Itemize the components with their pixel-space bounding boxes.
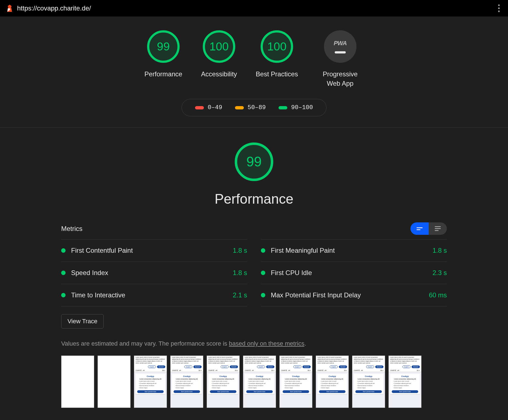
gauge-ring: 99 — [147, 30, 180, 63]
filmstrip-frame[interactable]: Lorem ipsum dolor sit amet consectetur a… — [316, 356, 349, 408]
lighthouse-icon — [6, 4, 13, 12]
metric-value: 1.8 s — [233, 247, 247, 254]
gauge-accessibility[interactable]: 100 Accessibility — [201, 30, 237, 79]
gauge-best-practices[interactable]: 100 Best Practices — [256, 30, 298, 79]
gauge-pwa[interactable]: PWA Progressive Web App — [317, 30, 364, 88]
gauge-label: Accessibility — [201, 69, 237, 79]
performance-gauge: 99 — [235, 142, 273, 181]
legend-average: 50–89 — [235, 104, 266, 111]
metric-name: First Contentful Paint — [71, 247, 227, 254]
metric-name: First Meaningful Paint — [271, 247, 427, 254]
metric-name: Time to Interactive — [71, 291, 227, 299]
pass-dot-icon — [61, 248, 66, 253]
filmstrip-frame[interactable]: Lorem ipsum dolor sit amet consectetur a… — [352, 356, 385, 408]
metrics-header: Metrics — [61, 222, 447, 235]
metric-value: 1.8 s — [233, 269, 247, 277]
filmstrip-frame[interactable] — [61, 356, 94, 408]
filmstrip-frame[interactable]: Lorem ipsum dolor sit amet consectetur a… — [170, 356, 203, 408]
topbar-left: https://covapp.charite.de/ — [6, 4, 91, 12]
gauge-performance[interactable]: 99 Performance — [144, 30, 182, 79]
svg-rect-0 — [8, 7, 11, 8]
metrics-grid: First Contentful Paint1.8 sSpeed Index1.… — [61, 239, 447, 306]
metric-value: 60 ms — [429, 291, 447, 299]
metrics-col-left: First Contentful Paint1.8 sSpeed Index1.… — [61, 239, 247, 306]
filmstrip-frame[interactable]: Lorem ipsum dolor sit amet consectetur a… — [388, 356, 421, 408]
metrics-heading: Metrics — [61, 225, 82, 233]
pass-dot-icon — [261, 271, 265, 275]
compact-lines-icon — [417, 227, 423, 230]
metrics-view-expanded-button[interactable] — [429, 222, 447, 235]
metric-row[interactable]: Max Potential First Input Delay60 ms — [261, 284, 447, 306]
disclaimer-link[interactable]: based only on these metrics — [229, 340, 304, 347]
metric-name: Max Potential First Input Delay — [271, 291, 423, 299]
gauge-label: Best Practices — [256, 69, 298, 79]
chip-amber-icon — [235, 106, 244, 109]
gauge-score: 99 — [157, 40, 170, 53]
legend-fail-range: 0–49 — [208, 104, 222, 111]
performance-score: 99 — [246, 154, 262, 170]
legend-pass: 90–100 — [279, 104, 313, 111]
expanded-lines-icon — [435, 226, 441, 231]
filmstrip-frame[interactable]: Lorem ipsum dolor sit amet consectetur a… — [134, 356, 167, 408]
disclaimer-text-prefix: Values are estimated and may vary. The p… — [61, 340, 229, 347]
metric-row[interactable]: Speed Index1.8 s — [61, 262, 247, 284]
pass-dot-icon — [261, 293, 265, 297]
metric-row[interactable]: First CPU Idle2.3 s — [261, 262, 447, 284]
category-gauges: 99 Performance 100 Accessibility 100 Bes… — [144, 30, 363, 88]
metric-value: 1.8 s — [433, 247, 447, 254]
metric-row[interactable]: Time to Interactive2.1 s — [61, 284, 247, 306]
performance-section: 99 Performance Metrics First Contentful … — [0, 128, 508, 420]
pwa-badge-bar — [335, 51, 346, 53]
chip-green-icon — [279, 106, 287, 109]
gauge-label: Progressive Web App — [317, 69, 364, 88]
filmstrip-frame[interactable] — [98, 356, 131, 408]
pwa-badge-icon: PWA — [324, 30, 356, 63]
gauge-score: 100 — [209, 40, 229, 53]
score-legend: 0–49 50–89 90–100 — [182, 99, 326, 116]
gauge-score: 100 — [267, 40, 287, 53]
legend-fail: 0–49 — [195, 104, 222, 111]
metric-value: 2.1 s — [233, 291, 247, 299]
overview-section: 99 Performance 100 Accessibility 100 Bes… — [0, 17, 508, 128]
gauge-label: Performance — [144, 69, 182, 79]
pass-dot-icon — [61, 293, 66, 297]
filmstrip-frame[interactable]: Lorem ipsum dolor sit amet consectetur a… — [243, 356, 276, 408]
view-trace-button[interactable]: View Trace — [61, 314, 104, 329]
filmstrip-frame[interactable]: Lorem ipsum dolor sit amet consectetur a… — [207, 356, 240, 408]
metric-row[interactable]: First Meaningful Paint1.8 s — [261, 239, 447, 262]
metrics-col-right: First Meaningful Paint1.8 sFirst CPU Idl… — [261, 239, 447, 306]
metrics-view-toggle — [410, 222, 447, 235]
metric-name: First CPU Idle — [271, 269, 427, 277]
disclaimer-text-suffix: . — [304, 340, 306, 347]
legend-pass-range: 90–100 — [291, 104, 313, 111]
pwa-badge-text: PWA — [334, 40, 347, 47]
pass-dot-icon — [61, 271, 66, 275]
metrics-view-compact-button[interactable] — [410, 222, 429, 235]
filmstrip: Lorem ipsum dolor sit amet consectetur a… — [61, 356, 447, 408]
performance-body: Metrics First Contentful Paint1.8 sSpeed… — [61, 222, 447, 408]
gauge-ring: 100 — [261, 30, 293, 63]
tools-menu-button[interactable] — [496, 2, 502, 14]
metrics-disclaimer: Values are estimated and may vary. The p… — [61, 340, 447, 347]
chip-red-icon — [195, 106, 204, 109]
legend-average-range: 50–89 — [248, 104, 266, 111]
metric-name: Speed Index — [71, 269, 227, 277]
filmstrip-frame[interactable]: Lorem ipsum dolor sit amet consectetur a… — [279, 356, 312, 408]
pass-dot-icon — [261, 248, 265, 253]
audited-url[interactable]: https://covapp.charite.de/ — [17, 4, 91, 12]
metric-value: 2.3 s — [433, 269, 447, 277]
performance-title: Performance — [215, 191, 293, 207]
gauge-ring: 100 — [203, 30, 235, 63]
topbar: https://covapp.charite.de/ — [0, 0, 508, 17]
metric-row[interactable]: First Contentful Paint1.8 s — [61, 239, 247, 262]
